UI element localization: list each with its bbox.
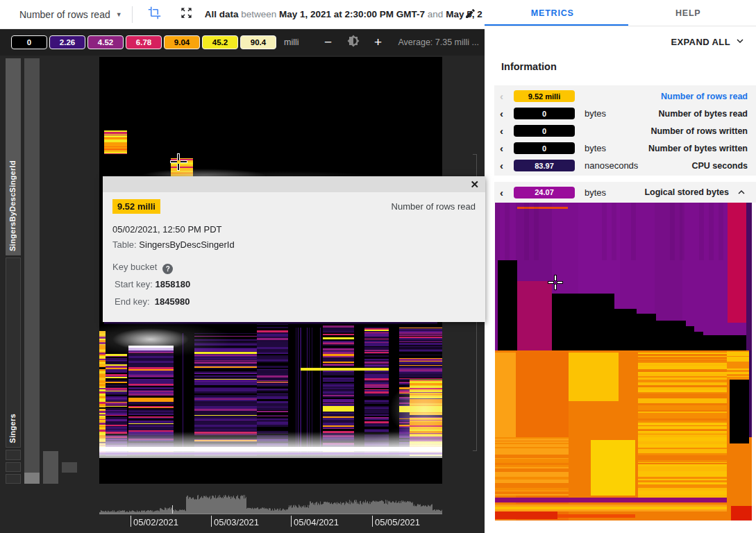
section-title: Information	[501, 61, 557, 72]
help-icon[interactable]: ?	[162, 264, 173, 274]
end-key-row: End key: 1845980	[115, 296, 190, 307]
color-swatch: 6.78	[126, 35, 162, 49]
brightness-icon	[347, 35, 360, 50]
metric-row-rows-read: ‹ 9.52 milli Number of rows read	[494, 87, 756, 105]
brightness-button[interactable]	[347, 35, 360, 50]
metric-label[interactable]: Number of rows read	[661, 92, 748, 101]
start-key-row: Start key: 1858180	[115, 279, 190, 289]
crop-icon	[148, 6, 161, 22]
color-swatch: 45.2	[202, 35, 238, 49]
color-swatch: 0	[11, 35, 47, 49]
metric-value-badge: 24.07	[514, 187, 575, 198]
metric-row-logical-stored-bytes: ‹ 24.07 bytes Logical stored bytes	[494, 184, 756, 201]
cell-metric-name: Number of rows read	[392, 201, 476, 212]
chevron-left-icon[interactable]: ‹	[500, 160, 511, 171]
metric-dropdown[interactable]: Number of rows read ▼	[19, 9, 122, 20]
keyspace-column-level2-highlight[interactable]	[24, 473, 40, 484]
dropdown-arrow-icon: ▼	[116, 11, 122, 18]
metric-row-cpu-seconds: ‹ 83.97 nanoseconds CPU seconds	[494, 157, 756, 174]
key-bucket-row: Key bucket?	[112, 262, 173, 274]
metric-value-badge: 0	[514, 125, 575, 137]
metric-value-badge: 83.97	[514, 160, 575, 171]
timeline-sparkline	[99, 484, 442, 516]
keyspace-column-level4[interactable]	[62, 462, 77, 473]
date-label: 05/04/2021	[294, 517, 339, 527]
active-tab-underline	[485, 24, 628, 26]
scale-unit-label: milli	[284, 37, 299, 47]
toolbar: Number of rows read ▼ All data between M…	[0, 0, 485, 29]
keyspace-cell[interactable]	[6, 450, 21, 460]
panel-tabbar: METRICS HELP	[485, 0, 756, 26]
toolbar-divider	[132, 6, 133, 23]
crop-button[interactable]	[144, 3, 166, 26]
chevron-down-icon	[734, 35, 746, 49]
keyspace-segment-label: Singers	[8, 414, 17, 443]
color-swatch: 90.4	[240, 35, 276, 49]
cell-table-row: Table: SingersByDescSingerId	[112, 239, 235, 250]
tab-metrics[interactable]: METRICS	[485, 0, 621, 26]
metric-label[interactable]: Number of bytes written	[648, 144, 748, 153]
color-scale-bar: 0 2.26 4.52 6.78 9.04 45.2 90.4 milli − …	[0, 29, 485, 56]
chevron-left-icon[interactable]: ‹	[500, 108, 511, 119]
date-tick	[372, 516, 373, 527]
date-label: 05/02/2021	[133, 517, 178, 527]
chevron-left-icon[interactable]: ‹	[500, 91, 511, 101]
metric-value-badge: 0	[514, 108, 575, 119]
chevron-up-icon[interactable]	[735, 186, 748, 198]
metrics-panel: METRICS HELP EXPAND ALL Information ‹ 9.…	[485, 0, 756, 533]
chevron-left-icon[interactable]: ‹	[500, 187, 511, 198]
date-tick	[211, 516, 212, 527]
date-label: 05/03/2021	[214, 517, 259, 527]
expanded-metric-card: ‹ 24.07 bytes Logical stored bytes	[494, 182, 756, 203]
average-value-label: Average: 7.35 milli ...	[398, 37, 480, 47]
date-label: 05/05/2021	[375, 517, 420, 527]
keyspace-column-level2[interactable]	[24, 58, 40, 484]
metric-label[interactable]: Logical stored bytes	[644, 187, 729, 197]
metric-row-bytes-read: ‹ 0 bytes Number of bytes read	[494, 105, 756, 122]
keyspace-cell[interactable]	[6, 474, 21, 484]
decrease-scale-button[interactable]: −	[319, 35, 337, 50]
pencil-icon	[464, 8, 476, 22]
metric-label[interactable]: Number of bytes read	[658, 109, 748, 119]
cell-detail-popup: ✕ 9.52 milli Number of rows read 05/02/2…	[103, 176, 485, 322]
keyspace-segment-singersbydesc[interactable]: SingersByDescSingerId	[6, 58, 21, 255]
time-range-text: All data between May 1, 2021 at 2:30:00 …	[205, 9, 482, 19]
cell-value-chip: 9.52 milli	[112, 199, 160, 214]
time-range-prefix: All data	[205, 9, 239, 19]
fit-to-screen-button[interactable]	[176, 3, 198, 26]
metric-dropdown-label: Number of rows read	[19, 9, 110, 20]
keyspace-column-level3[interactable]	[43, 451, 58, 484]
color-swatch: 2.26	[49, 35, 85, 49]
tab-help[interactable]: HELP	[621, 0, 756, 26]
keyspace-segment-label: SingersByDescSingerId	[8, 160, 17, 251]
color-swatch: 9.04	[164, 35, 200, 49]
key-visualizer-app: Number of rows read ▼ All data between M…	[0, 0, 756, 533]
metric-row-rows-written: ‹ 0 Number of rows written	[494, 122, 756, 139]
edit-time-range-button[interactable]	[461, 6, 479, 24]
metric-label[interactable]: Number of rows written	[650, 126, 748, 136]
expand-all-button[interactable]: EXPAND ALL	[671, 35, 746, 49]
chevron-left-icon[interactable]: ‹	[500, 126, 511, 136]
color-swatch: 4.52	[87, 35, 124, 49]
metric-value-badge: 9.52 milli	[514, 90, 575, 102]
chevron-left-icon[interactable]: ‹	[500, 143, 511, 153]
date-tick	[131, 516, 131, 527]
popup-header	[103, 176, 485, 192]
metric-row-bytes-written: ‹ 0 bytes Number of bytes written	[494, 139, 756, 157]
close-icon[interactable]: ✕	[470, 178, 479, 191]
keyspace-cell[interactable]	[6, 462, 21, 472]
metric-value-badge: 0	[514, 142, 575, 154]
increase-scale-button[interactable]: +	[369, 35, 387, 50]
metrics-card: ‹ 9.52 milli Number of rows read ‹ 0 byt…	[494, 85, 756, 176]
cell-timestamp: 05/02/2021, 12:50 PM PDT	[112, 224, 222, 235]
metric-label[interactable]: CPU seconds	[691, 161, 748, 171]
expand-arrows-icon	[180, 6, 193, 22]
metric-thumbnail-heatmap[interactable]	[495, 203, 752, 521]
date-tick	[291, 516, 292, 527]
keyspace-segment-singers[interactable]: Singers	[6, 257, 21, 448]
